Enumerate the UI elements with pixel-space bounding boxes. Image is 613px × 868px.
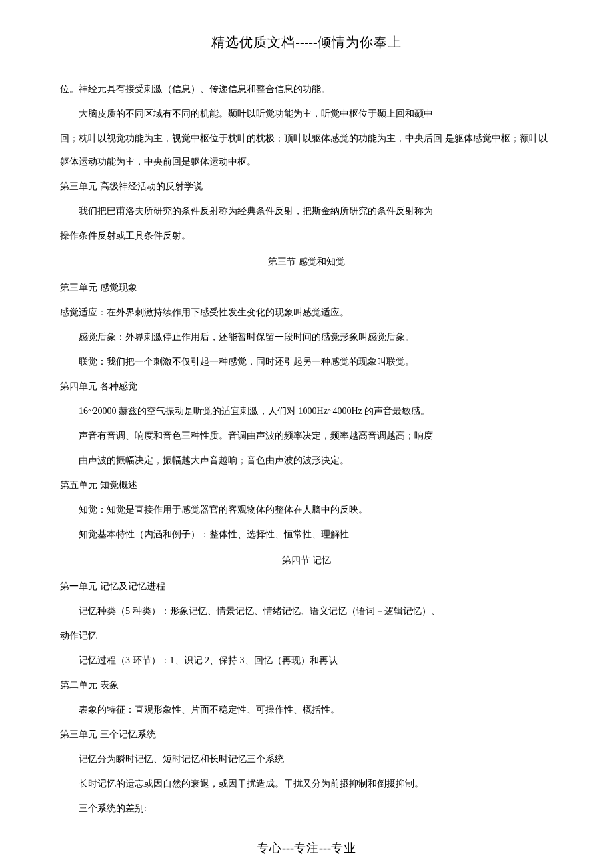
document-body: 位。神经元具有接受刺激（信息）、传递信息和整合信息的功能。 大脑皮质的不同区域有… [60,77,553,820]
page-footer: 专心---专注---专业 [60,840,553,856]
paragraph: 长时记忆的遗忘或因自然的衰退，或因干扰造成。干扰又分为前摄抑制和倒摄抑制。 [60,772,553,795]
unit-heading: 第三单元 感觉现象 [60,276,553,299]
paragraph: 感觉适应：在外界刺激持续作用下感受性发生变化的现象叫感觉适应。 [60,301,553,324]
footer-part2: 专注 [294,841,319,855]
paragraph: 表象的特征：直观形象性、片面不稳定性、可操作性、概括性。 [60,698,553,721]
header-dash: ----- [295,35,317,49]
paragraph: 知觉：知觉是直接作用于感觉器官的客观物体的整体在人脑中的反映。 [60,498,553,521]
paragraph: 由声波的振幅决定，振幅越大声音越响；音色由声波的波形决定。 [60,449,553,472]
paragraph: 联觉：我们把一个刺激不仅引起一种感觉，同时还引起另一种感觉的现象叫联觉。 [60,350,553,373]
paragraph: 回；枕叶以视觉功能为主，视觉中枢位于枕叶的枕极；顶叶以躯体感觉的功能为主，中央后… [60,127,553,173]
paragraph: 声音有音调、响度和音色三种性质。音调由声波的频率决定，频率越高音调越高；响度 [60,424,553,447]
paragraph: 16~20000 赫兹的空气振动是听觉的适宜刺激，人们对 1000Hz~4000… [60,399,553,423]
paragraph: 知觉基本特性（内涵和例子）：整体性、选择性、恒常性、理解性 [60,523,553,546]
paragraph: 三个系统的差别: [60,797,553,820]
page-header: 精选优质文档-----倾情为你奉上 [60,33,553,51]
section-title: 第三节 感觉和知觉 [60,250,553,273]
paragraph: 操作条件反射或工具条件反射。 [60,224,553,247]
footer-part3: 专业 [331,841,356,855]
unit-heading: 第二单元 表象 [60,673,553,697]
footer-part1: 专心 [257,841,282,855]
paragraph: 动作记忆 [60,624,553,647]
paragraph: 记忆分为瞬时记忆、短时记忆和长时记忆三个系统 [60,747,553,771]
header-suffix: 倾情为你奉上 [318,35,402,49]
unit-heading: 第一单元 记忆及记忆进程 [60,575,553,598]
header-divider [60,57,553,57]
paragraph: 我们把巴甫洛夫所研究的条件反射称为经典条件反射，把斯金纳所研究的条件反射称为 [60,199,553,223]
paragraph: 记忆种类（5 种类）：形象记忆、情景记忆、情绪记忆、语义记忆（语词－逻辑记忆）、 [60,599,553,623]
unit-heading: 第四单元 各种感觉 [60,375,553,398]
paragraph: 感觉后象：外界刺激停止作用后，还能暂时保留一段时间的感觉形象叫感觉后象。 [60,325,553,349]
paragraph: 位。神经元具有接受刺激（信息）、传递信息和整合信息的功能。 [60,77,553,101]
unit-heading: 第三单元 三个记忆系统 [60,723,553,746]
paragraph: 记忆过程（3 环节）：1、识记 2、保持 3、回忆（再现）和再认 [60,649,553,672]
footer-dash: --- [319,841,331,855]
section-title: 第四节 记忆 [60,549,553,572]
footer-dash: --- [282,841,294,855]
paragraph: 大脑皮质的不同区域有不同的机能。颞叶以听觉功能为主，听觉中枢位于颞上回和颞中 [60,102,553,125]
header-prefix: 精选优质文档 [211,35,295,49]
unit-heading: 第五单元 知觉概述 [60,473,553,497]
unit-heading: 第三单元 高级神经活动的反射学说 [60,175,553,198]
